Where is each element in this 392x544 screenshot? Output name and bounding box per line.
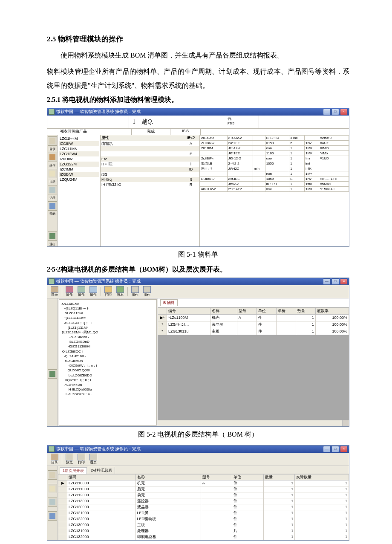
tool-5[interactable]: 打印 [103,285,114,298]
maximize-button[interactable]: □ [331,278,339,285]
sidebar-btn-2[interactable] [48,169,57,178]
sidebar-btn-0[interactable] [48,470,57,480]
expand-grid[interactable]: 编码名称型号单位数量实际数量 ▶LZG110000机壳A件11LZG111000… [58,474,349,540]
tree-tab[interactable]: B 物料 [160,299,178,306]
column-header[interactable]: 型号 [201,474,232,480]
tree-node[interactable]: BLZGIIEDnD [61,339,155,344]
tree-node[interactable]: -cLZGGCi； Ij； Ii [61,321,155,325]
tree-node[interactable]: [lLZS13EM4 - 回M1.QQ [61,330,155,335]
column-header[interactable]: 名称 [210,307,237,314]
tree-node[interactable]: Lo,LZGIZE0DD [61,373,155,378]
maximize-button[interactable]: □ [331,109,339,115]
tree-node[interactable]: -^L2HI«4Dn [61,382,155,387]
grid-row[interactable]: LZG131000处理器片11 [58,528,349,534]
left-list-item[interactable]: LZG11MN [59,146,99,151]
tool-4[interactable]: 操作 [88,285,99,298]
tree-node[interactable]: -O LZGiiIIOC i [61,349,155,354]
sidebar-btn-3[interactable] [48,511,57,521]
grid-row[interactable]: LZG112000前壳件11 [58,492,349,498]
left-list-item[interactable]: LZG12W4 [59,151,99,156]
left-list-item[interactable]: IZCIMM [59,167,99,172]
grid-row[interactable]: LZG132000印刷电路板件11 [58,534,349,540]
column-header[interactable]: 型号 [237,307,257,314]
tree-node[interactable]: QLZGIZ1QQ0l [61,368,155,373]
column-header[interactable] [158,307,167,314]
tool-7[interactable]: 操作 [130,285,141,298]
column-header[interactable]: 名称 [135,474,201,480]
maximize-button[interactable]: □ [331,446,339,452]
minimize-button[interactable]: — [323,278,331,285]
bom-grid[interactable]: 编号名称型号单位单价数量底数率 ▶**LZs1100M机壳A件1100.00%*… [158,307,349,335]
tree-node[interactable]: -QL2&H210II - [61,354,155,359]
sidebar-btn-1[interactable] [48,484,57,493]
tool-3[interactable]: 操作 [76,285,87,298]
tab-label[interactable]: 祁衣耳黄曲厂品 [58,129,131,135]
sidebar-btn-4[interactable] [48,201,57,211]
tool-1[interactable]: 目录 [49,285,60,298]
tree-node[interactable]: H-fILZQlaI000u [61,387,155,392]
column-header[interactable]: 数量 [263,474,295,480]
grid-row[interactable]: LZG113000遥控器件11 [58,498,349,504]
column-header[interactable]: 单价 [276,307,296,314]
left-list-item[interactable]: LZG1I««M [59,136,99,141]
sidebar-btn-2[interactable] [48,369,57,379]
minimize-button[interactable]: — [323,109,331,115]
scroll-right-icon[interactable] [342,420,349,426]
grid-row[interactable]: *LZG13011u主板件1100.00% [158,328,349,335]
grid-row[interactable]: LZG120000液晶屏件11 [58,504,349,510]
column-header[interactable]: 底数率 [315,307,349,314]
minimize-button[interactable]: — [323,446,331,452]
grid-row[interactable]: ▶**LZs1100M机壳A件1100.00% [158,314,349,321]
titlebar[interactable]: 微软中国 — 软智物资管理系统 操作员：完成 — □ × [47,108,349,116]
tree-node[interactable]: -[1LZ1Ij131M4 - [61,325,155,330]
tab-expand[interactable]: 1层次展开表 [60,467,87,474]
sidebar-btn-exit[interactable] [48,231,57,241]
left-list-item[interactable]: LZG122M [59,162,99,167]
tree-node[interactable]: ·DIZGiitW：i；n；i [61,363,155,368]
column-header[interactable]: 编码 [67,474,136,480]
tool-export[interactable]: 逐页 [88,453,99,465]
left-list-item[interactable]: IZGBiW [59,172,99,177]
left-list-item[interactable]: LZQU24M [59,177,99,182]
grid-row[interactable]: *LZSi*HIJil…液晶屏件1100.00% [158,321,349,328]
grid-row[interactable]: LZG130000主板件11 [58,522,349,528]
titlebar[interactable]: 微软中国 — 软智物资管理系统 操作员：完成 — □ × [47,278,349,285]
sidebar-btn-2[interactable] [48,498,57,507]
tool-6[interactable]: 版本 [115,285,126,298]
grid-row[interactable]: LZG122000LED驱动板件11 [58,516,349,522]
grid-row[interactable]: LZG111000后壳件11 [58,486,349,492]
tree-panel[interactable]: -OLZSII1M4 ~[3LZQ11EI»« I- SLZG113l«l ~[… [59,299,157,425]
sidebar-btn-0[interactable] [48,136,57,146]
close-button[interactable]: × [340,109,348,115]
left-list-item[interactable]: IZGIIIW [59,141,99,146]
column-header[interactable]: 单位 [232,474,264,480]
column-header[interactable]: 编号 [167,307,210,314]
tool-back[interactable]: 目录 [49,453,60,465]
close-button[interactable]: × [340,278,348,285]
grid-row[interactable]: ▶LZG110000机壳A件11 [58,480,349,486]
tree-node[interactable]: HQl2*IE: Ij；Il；i [61,378,155,382]
close-button[interactable]: × [340,446,348,452]
tree-node[interactable]: flLZGIllMDn [61,359,155,363]
sidebar-btn-1[interactable] [48,153,57,162]
tab-summary[interactable]: 2材料汇总表 [88,467,115,474]
tree-node[interactable]: H3lZG11300HI [61,344,155,349]
sidebar-btn-3[interactable] [48,185,57,194]
column-header[interactable]: 数量 [296,307,315,314]
tool-print[interactable]: 打印 [76,453,87,465]
column-header[interactable]: 单位 [257,307,276,314]
tree-node[interactable]: L-flLZGi320I：n · [61,392,155,396]
tree-node[interactable]: ~[3LZQ11EI»« I- [61,306,155,311]
tool-preview[interactable]: 预览 [64,453,75,465]
tree-node[interactable]: -OLZSII1M4 [61,301,155,306]
tree-node[interactable]: SLZG113l«l [61,311,155,315]
tool-2[interactable]: 操作 [64,285,75,298]
tool-8[interactable]: 操作 [141,285,153,298]
tree-node[interactable]: -aLZGiiionn - [61,335,155,339]
column-header[interactable]: 实际数量 [295,474,349,480]
left-list-item[interactable]: IZ6UIW [59,156,99,162]
tree-node[interactable]: ~[1LZS1E1I»« [61,315,155,320]
titlebar[interactable]: 微软中国 — 软智物资管理系统 操作员：完成 — □ × [47,446,349,453]
grid-row[interactable]: LZG121000LED屏件11 [58,510,349,516]
column-header[interactable] [58,474,67,480]
